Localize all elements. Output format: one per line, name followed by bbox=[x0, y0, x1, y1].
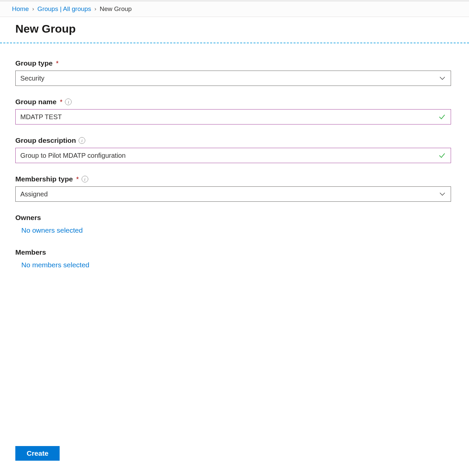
field-group-description: Group description i Group to Pilot MDATP… bbox=[15, 136, 454, 163]
members-select-link[interactable]: No members selected bbox=[15, 261, 454, 269]
membership-type-value: Assigned bbox=[20, 190, 439, 198]
footer: Create bbox=[0, 433, 469, 476]
info-icon[interactable]: i bbox=[65, 99, 72, 105]
owners-heading: Owners bbox=[15, 214, 454, 222]
field-label-row: Membership type * i bbox=[15, 175, 454, 183]
chevron-down-icon bbox=[439, 190, 446, 198]
field-group-name: Group name * i MDATP TEST bbox=[15, 98, 454, 124]
field-label-row: Group type * bbox=[15, 59, 454, 67]
members-heading: Members bbox=[15, 248, 454, 256]
field-membership-type: Membership type * i Assigned bbox=[15, 175, 454, 202]
required-star-icon: * bbox=[56, 60, 59, 67]
group-type-select[interactable]: Security bbox=[15, 71, 451, 86]
required-star-icon: * bbox=[60, 98, 63, 106]
chevron-right-icon: › bbox=[95, 6, 97, 12]
group-description-input[interactable]: Group to Pilot MDATP configuration bbox=[15, 148, 451, 163]
group-type-value: Security bbox=[20, 75, 439, 82]
group-name-label: Group name bbox=[15, 98, 57, 106]
page-title: New Group bbox=[15, 22, 457, 35]
info-icon[interactable]: i bbox=[82, 176, 88, 182]
group-name-value: MDATP TEST bbox=[20, 113, 438, 121]
checkmark-icon bbox=[438, 151, 446, 159]
owners-section: Owners No owners selected bbox=[15, 214, 454, 234]
group-name-input[interactable]: MDATP TEST bbox=[15, 109, 451, 124]
chevron-right-icon: › bbox=[32, 6, 34, 12]
field-group-type: Group type * Security bbox=[15, 59, 454, 86]
checkmark-icon bbox=[438, 113, 446, 121]
group-type-label: Group type bbox=[15, 59, 53, 67]
info-icon[interactable]: i bbox=[79, 137, 85, 144]
group-description-label: Group description bbox=[15, 136, 76, 144]
form-area: Group type * Security Group name * i MDA… bbox=[0, 43, 469, 269]
field-label-row: Group name * i bbox=[15, 98, 454, 106]
members-section: Members No members selected bbox=[15, 248, 454, 269]
create-button[interactable]: Create bbox=[15, 446, 60, 461]
breadcrumb-current: New Group bbox=[100, 5, 132, 13]
chevron-down-icon bbox=[439, 75, 446, 82]
membership-type-label: Membership type bbox=[15, 175, 73, 183]
owners-select-link[interactable]: No owners selected bbox=[15, 226, 454, 234]
membership-type-select[interactable]: Assigned bbox=[15, 186, 451, 202]
breadcrumb: Home › Groups | All groups › New Group bbox=[0, 1, 469, 17]
breadcrumb-home[interactable]: Home bbox=[12, 5, 29, 13]
group-description-value: Group to Pilot MDATP configuration bbox=[20, 152, 438, 159]
required-star-icon: * bbox=[76, 175, 79, 183]
breadcrumb-groups[interactable]: Groups | All groups bbox=[37, 5, 91, 13]
page-title-region: New Group bbox=[0, 17, 469, 43]
field-label-row: Group description i bbox=[15, 136, 454, 144]
